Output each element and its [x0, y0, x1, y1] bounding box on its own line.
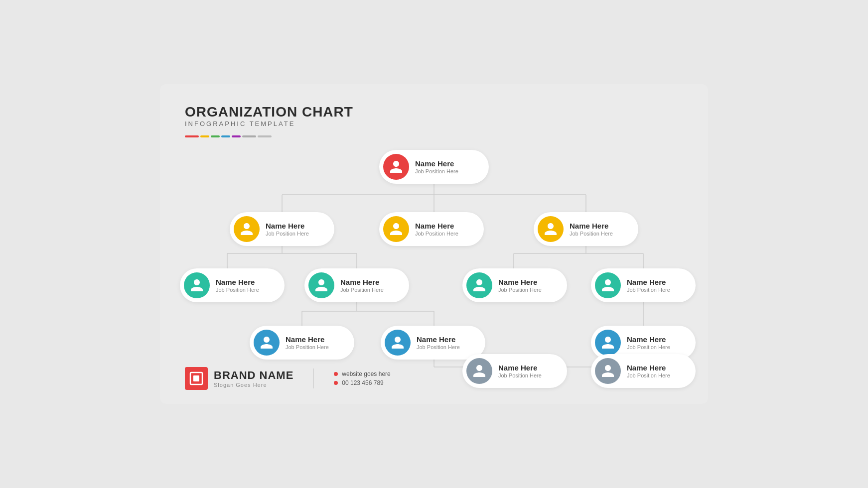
org-chart: Name Here Job Position Here Name Here Jo…: [185, 145, 683, 389]
avatar-l3-2: [308, 272, 334, 298]
phone-row: 00 123 456 789: [334, 379, 390, 386]
name-l5-1: Name Here: [498, 364, 542, 372]
name-l3-2: Name Here: [340, 278, 384, 286]
position-l3-2: Job Position Here: [340, 287, 384, 293]
name-l2-3: Name Here: [570, 222, 613, 230]
name-l3-4: Name Here: [627, 278, 670, 286]
avatar-l4-1: [254, 330, 280, 356]
contact-info: website goes here 00 123 456 789: [334, 370, 390, 386]
header: ORGANIZATION CHART INFOGRAPHIC TEMPLATE: [185, 104, 683, 137]
avatar-l3-3: [466, 272, 492, 298]
node-l4-2: Name Here Job Position Here: [381, 326, 485, 360]
node-l3-2: Name Here Job Position Here: [304, 268, 409, 302]
position-l3-4: Job Position Here: [627, 287, 670, 293]
node-l4-1: Name Here Job Position Here: [250, 326, 354, 360]
avatar-l2-1: [234, 216, 260, 242]
chart-subtitle: INFOGRAPHIC TEMPLATE: [185, 120, 683, 127]
brand-name: BRAND NAME: [214, 369, 293, 382]
info-root: Name Here Job Position Here: [415, 159, 458, 174]
node-l2-3: Name Here Job Position Here: [534, 212, 638, 246]
position-l2-1: Job Position Here: [266, 231, 309, 237]
svg-rect-25: [193, 375, 199, 381]
avatar-l3-1: [184, 272, 210, 298]
avatar-l4-3: [595, 330, 621, 356]
name-l2-2: Name Here: [415, 222, 458, 230]
node-root: Name Here Job Position Here: [379, 150, 489, 184]
avatar-l2-2: [383, 216, 409, 242]
avatar-root: [383, 154, 409, 180]
chart-title: ORGANIZATION CHART: [185, 104, 683, 120]
node-l3-4: Name Here Job Position Here: [591, 268, 696, 302]
brand-icon: [185, 367, 208, 390]
node-l3-3: Name Here Job Position Here: [462, 268, 567, 302]
brand-text: BRAND NAME Slogan Goes Here: [214, 369, 293, 388]
avatar-l3-4: [595, 272, 621, 298]
position-l5-2: Job Position Here: [627, 372, 670, 378]
brand-block: BRAND NAME Slogan Goes Here: [185, 367, 293, 390]
website-row: website goes here: [334, 370, 390, 377]
name-l2-1: Name Here: [266, 222, 309, 230]
color-bar: [185, 135, 683, 137]
avatar-l5-1: [466, 358, 492, 384]
position-l4-1: Job Position Here: [286, 344, 329, 350]
position-l4-2: Job Position Here: [417, 344, 460, 350]
node-l5-2: Name Here Job Position Here: [591, 354, 696, 388]
name-l3-3: Name Here: [498, 278, 542, 286]
node-l5-1: Name Here Job Position Here: [462, 354, 567, 388]
footer: BRAND NAME Slogan Goes Here website goes…: [185, 367, 391, 390]
name-l4-2: Name Here: [417, 335, 460, 344]
node-l3-1: Name Here Job Position Here: [180, 268, 285, 302]
name-l3-1: Name Here: [216, 278, 259, 286]
name-l5-2: Name Here: [627, 364, 670, 372]
position-l2-3: Job Position Here: [570, 231, 613, 237]
position-l3-3: Job Position Here: [498, 287, 542, 293]
avatar-l4-2: [385, 330, 411, 356]
position-l2-2: Job Position Here: [415, 231, 458, 237]
avatar-l5-2: [595, 358, 621, 384]
footer-divider: [313, 368, 314, 388]
position-root: Job Position Here: [415, 168, 458, 174]
position-l3-1: Job Position Here: [216, 287, 259, 293]
name-l4-3: Name Here: [627, 335, 670, 344]
phone-label: 00 123 456 789: [342, 379, 383, 386]
website-label: website goes here: [342, 370, 390, 377]
brand-slogan: Slogan Goes Here: [214, 382, 293, 388]
avatar-l2-3: [538, 216, 564, 242]
position-l5-1: Job Position Here: [498, 372, 542, 378]
node-l2-1: Name Here Job Position Here: [230, 212, 334, 246]
name-l4-1: Name Here: [286, 335, 329, 344]
position-l4-3: Job Position Here: [627, 344, 670, 350]
name-root: Name Here: [415, 159, 458, 168]
slide: ORGANIZATION CHART INFOGRAPHIC TEMPLATE: [160, 84, 708, 404]
node-l2-2: Name Here Job Position Here: [379, 212, 484, 246]
